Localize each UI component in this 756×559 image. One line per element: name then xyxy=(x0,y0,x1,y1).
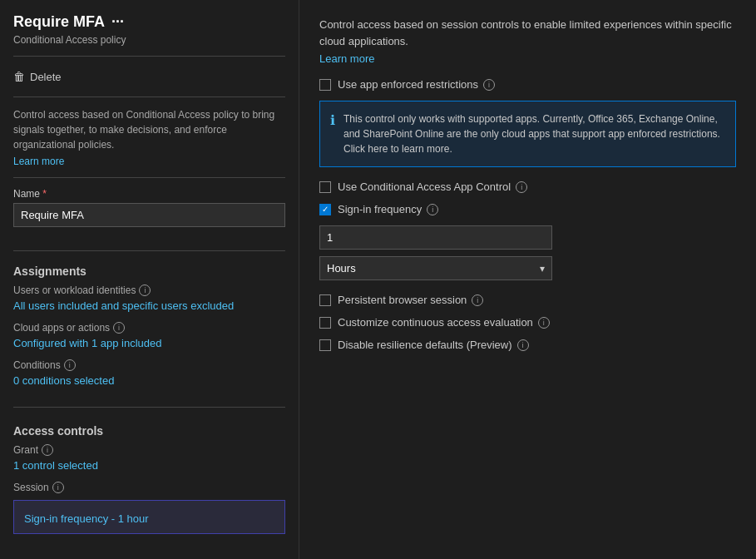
persistent-browser-label[interactable]: Persistent browser session i xyxy=(338,294,483,306)
description-text: Control access based on Conditional Acce… xyxy=(13,107,285,152)
cloud-apps-label: Cloud apps or actions xyxy=(13,322,110,334)
continuous-access-row: Customize continuous access evaluation i xyxy=(319,316,736,329)
persistent-browser-info-icon[interactable]: i xyxy=(472,294,483,306)
delete-button[interactable]: 🗑 Delete xyxy=(13,67,285,87)
grant-section: Grant i 1 control selected xyxy=(13,444,285,472)
app-enforced-row: Use app enforced restrictions i xyxy=(319,78,736,91)
frequency-unit-value: Hours xyxy=(327,262,356,275)
info-box-icon: ℹ xyxy=(330,112,335,156)
cloud-apps-section: Cloud apps or actions i Configured with … xyxy=(13,322,285,349)
ca-app-control-label[interactable]: Use Conditional Access App Control i xyxy=(338,181,527,193)
resilience-defaults-label[interactable]: Disable resilience defaults (Preview) i xyxy=(338,339,529,351)
right-description: Control access based on session controls… xyxy=(319,17,736,49)
delete-icon: 🗑 xyxy=(13,70,25,83)
conditions-label: Conditions xyxy=(13,359,61,371)
persistent-browser-row: Persistent browser session i xyxy=(319,294,736,306)
ca-app-control-checkbox[interactable] xyxy=(319,181,331,193)
signin-frequency-info-icon[interactable]: i xyxy=(427,204,438,215)
name-label: Name * xyxy=(13,188,285,200)
access-controls-header: Access controls xyxy=(13,424,285,438)
dropdown-arrow-icon: ▾ xyxy=(540,263,545,275)
conditions-section: Conditions i 0 conditions selected xyxy=(13,359,285,387)
grant-value[interactable]: 1 control selected xyxy=(13,459,285,472)
frequency-unit-dropdown[interactable]: Hours ▾ xyxy=(319,256,552,280)
conditions-value[interactable]: 0 conditions selected xyxy=(13,374,285,387)
right-learn-more-link[interactable]: Learn more xyxy=(319,52,736,65)
name-input[interactable] xyxy=(13,203,285,227)
right-panel: Control access based on session controls… xyxy=(299,0,756,559)
users-info-icon[interactable]: i xyxy=(139,284,151,296)
frequency-unit-row: Hours ▾ xyxy=(319,256,736,280)
users-section: Users or workload identities i All users… xyxy=(13,284,285,312)
continuous-access-info-icon[interactable]: i xyxy=(538,317,550,329)
grant-info-icon[interactable]: i xyxy=(42,444,53,456)
app-enforced-label[interactable]: Use app enforced restrictions i xyxy=(338,78,495,91)
users-value[interactable]: All users included and specific users ex… xyxy=(13,299,285,312)
access-controls-section: Access controls Grant i 1 control select… xyxy=(13,421,285,534)
assignments-header: Assignments xyxy=(13,265,285,278)
resilience-defaults-checkbox[interactable] xyxy=(319,339,331,351)
conditions-info-icon[interactable]: i xyxy=(64,359,76,371)
ca-app-control-info-icon[interactable]: i xyxy=(516,181,527,193)
continuous-access-checkbox[interactable] xyxy=(319,317,331,329)
left-panel: Require MFA ··· Conditional Access polic… xyxy=(0,0,299,559)
signin-frequency-checkbox[interactable] xyxy=(319,204,331,215)
continuous-access-label[interactable]: Customize continuous access evaluation i xyxy=(338,316,550,329)
persistent-browser-checkbox[interactable] xyxy=(319,294,331,306)
signin-frequency-row: Sign-in frequency i xyxy=(319,203,736,215)
users-label: Users or workload identities xyxy=(13,284,136,296)
resilience-defaults-info-icon[interactable]: i xyxy=(517,339,529,351)
session-label-left: Session xyxy=(13,482,49,493)
session-info-icon[interactable]: i xyxy=(52,482,64,493)
delete-label: Delete xyxy=(30,71,62,83)
ellipsis-menu-icon[interactable]: ··· xyxy=(111,13,124,31)
page-title: Require MFA xyxy=(13,13,105,31)
cloud-apps-value[interactable]: Configured with 1 app included xyxy=(13,337,285,349)
frequency-input[interactable] xyxy=(319,225,552,250)
learn-more-link[interactable]: Learn more xyxy=(13,156,285,167)
signin-frequency-label[interactable]: Sign-in frequency i xyxy=(338,203,438,215)
grant-label: Grant xyxy=(13,444,38,456)
cloud-apps-info-icon[interactable]: i xyxy=(113,322,125,334)
session-value[interactable]: Sign-in frequency - 1 hour xyxy=(24,512,274,525)
info-box: ℹ This control only works with supported… xyxy=(319,101,736,167)
app-enforced-checkbox[interactable] xyxy=(319,79,331,91)
policy-subtitle: Conditional Access policy xyxy=(13,34,285,46)
ca-app-control-row: Use Conditional Access App Control i xyxy=(319,181,736,193)
info-box-text: This control only works with supported a… xyxy=(343,111,725,156)
frequency-value-row xyxy=(319,225,736,250)
app-enforced-info-icon[interactable]: i xyxy=(483,79,495,91)
resilience-defaults-row: Disable resilience defaults (Preview) i xyxy=(319,339,736,351)
session-section[interactable]: Sign-in frequency - 1 hour xyxy=(13,500,285,534)
